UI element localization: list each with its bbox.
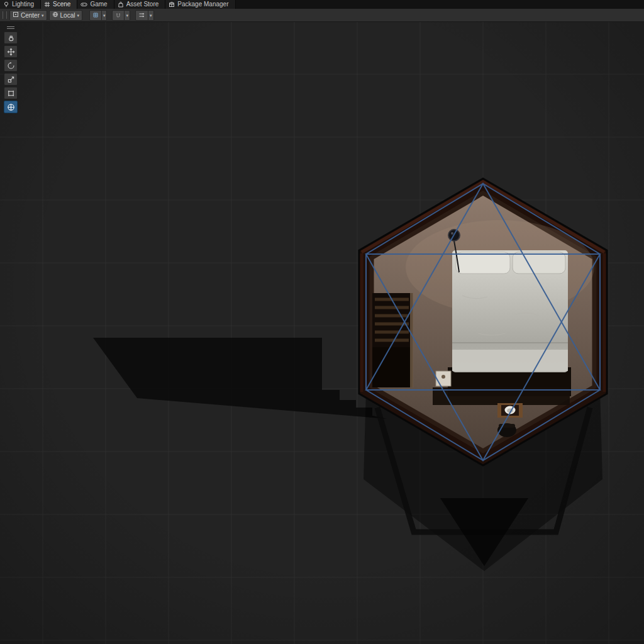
tools-overlay: [4, 25, 18, 113]
rotate-tool[interactable]: [4, 59, 18, 72]
chevron-down-icon: ▾: [42, 13, 44, 18]
scene-grid-icon: [44, 1, 50, 8]
tab-label: Game: [90, 0, 107, 9]
toolbar-drag-handle[interactable]: [3, 11, 7, 19]
rect-icon: [7, 89, 15, 97]
grid-snapping-dropdown[interactable]: ▾: [102, 10, 108, 21]
snap-increment-dropdown[interactable]: ▾: [148, 10, 154, 21]
move-tool[interactable]: [4, 45, 18, 58]
tab-label: Asset Store: [126, 0, 159, 9]
tab-bar-spacer: [236, 0, 644, 9]
snap-toggle-dropdown[interactable]: ▾: [125, 10, 130, 21]
chevron-down-icon: ▾: [77, 13, 79, 18]
snap-increment-group: ▾: [135, 10, 154, 21]
pivot-mode-label: Center: [21, 12, 40, 19]
snap-increment-icon: [138, 12, 145, 18]
transform-icon: [7, 103, 15, 111]
scale-tool[interactable]: [4, 73, 18, 86]
view-hand-tool[interactable]: [4, 31, 18, 44]
move-icon: [7, 48, 15, 56]
chevron-down-icon: ▾: [103, 13, 106, 18]
tab-asset-store[interactable]: Asset Store: [114, 0, 166, 9]
rotate-icon: [7, 62, 15, 70]
tab-package-manager[interactable]: Package Manager: [165, 0, 235, 9]
tab-label: Scene: [53, 0, 70, 9]
package-icon: [169, 1, 175, 8]
lightbulb-icon: [3, 1, 9, 8]
transform-tool[interactable]: [4, 101, 18, 113]
chevron-down-icon: ▾: [150, 13, 152, 18]
pivot-mode-dropdown[interactable]: Center ▾: [9, 10, 47, 21]
gamepad-icon: [80, 1, 87, 8]
rect-tool[interactable]: [4, 87, 18, 99]
grid-snapping-toggle[interactable]: [89, 10, 102, 21]
shopping-bag-icon: [118, 1, 124, 8]
scene-viewport[interactable]: [0, 0, 644, 644]
globe-icon: [52, 11, 58, 19]
grid-snapping-icon: [92, 12, 99, 18]
pivot-icon: [13, 11, 19, 19]
tab-lighting[interactable]: Lighting: [0, 0, 41, 9]
grid-snapping-group: ▾: [89, 10, 108, 21]
chevron-down-icon: ▾: [126, 13, 128, 18]
orientation-label: Local: [60, 12, 75, 19]
tab-scene[interactable]: Scene: [41, 0, 77, 9]
hand-icon: [7, 34, 15, 42]
tab-label: Package Manager: [177, 0, 228, 9]
vignette-overlay: [0, 0, 644, 644]
orientation-dropdown[interactable]: Local ▾: [49, 10, 82, 21]
tab-game[interactable]: Game: [77, 0, 114, 9]
tab-label: Lighting: [12, 0, 34, 9]
snap-increment-button[interactable]: [135, 10, 148, 21]
scene-toolbar: Center ▾ Local ▾ ▾ ▾: [0, 9, 644, 22]
snap-toggle-group: ▾: [112, 10, 130, 21]
scale-icon: [7, 75, 15, 84]
window-tab-bar: Lighting Scene Game Asset Store: [0, 0, 644, 9]
magnet-icon: [115, 12, 121, 18]
overlay-drag-handle[interactable]: [4, 25, 18, 30]
snap-toggle[interactable]: [112, 10, 125, 21]
